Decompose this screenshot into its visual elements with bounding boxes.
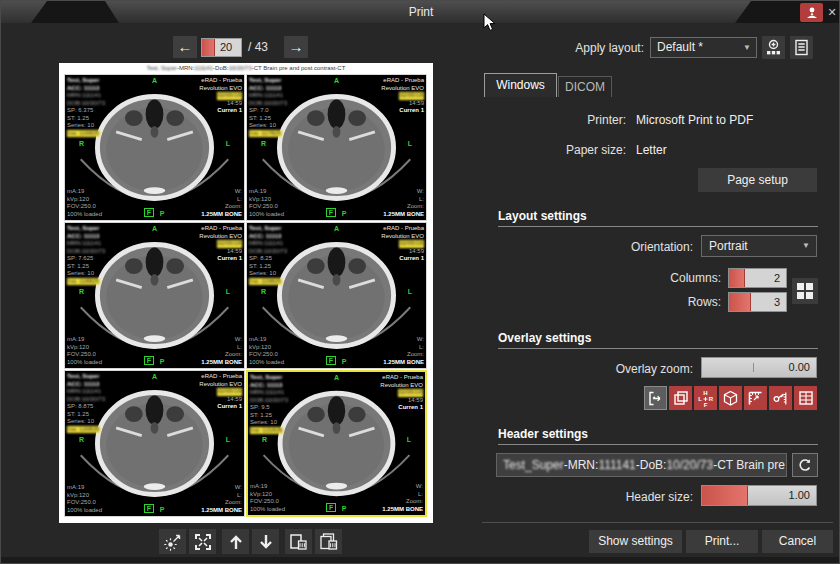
- header-text-input[interactable]: Test_Super-MRN:111141-DoB:10/20/73-CT Br…: [496, 453, 787, 477]
- print-button[interactable]: Print...: [686, 530, 758, 553]
- mouse-cursor: [483, 13, 497, 33]
- cell-scanner: Revolution EVO: [381, 233, 424, 241]
- page-setup-button[interactable]: Page setup: [698, 168, 817, 192]
- cell-kvp: kVp:120: [250, 491, 285, 499]
- layout-dropdown-value: Default *: [657, 40, 703, 54]
- overlay-ruler-toggle[interactable]: [744, 386, 767, 410]
- titlebar: Print ✕: [1, 1, 840, 23]
- cell-date: 02/05/18: [399, 92, 424, 100]
- ct-image-cell[interactable]: Test, Super ACC: 11113 MRN:111141 DOB:10…: [246, 74, 427, 221]
- rows-drag-handle[interactable]: [729, 293, 751, 311]
- cell-slice-position: SP: 6.375: [67, 107, 105, 115]
- cell-level: L:: [201, 492, 242, 500]
- cell-accession: ACC: 11113: [67, 381, 105, 389]
- cell-mrn: MRN:111141: [249, 240, 287, 248]
- grid-layout-picker-button[interactable]: [792, 278, 818, 304]
- chevron-down-icon: ▼: [802, 236, 810, 256]
- rows-stepper[interactable]: 3: [728, 292, 787, 312]
- move-page-up-button[interactable]: [222, 529, 249, 554]
- save-layout-button[interactable]: [762, 36, 785, 59]
- cell-date: 02/05/18: [217, 92, 242, 100]
- orientation-marker-feet: F: [326, 208, 336, 217]
- cell-overlay-topright: eRAD - Prueba Revolution EVO 02/05/18 14…: [381, 77, 424, 115]
- orientation-marker-right: R: [79, 288, 84, 295]
- cell-scanner: Revolution EVO: [380, 382, 423, 390]
- orientation-marker-posterior: P: [160, 358, 165, 365]
- overlay-zoom-slider[interactable]: 0.00: [701, 357, 817, 378]
- overlay-key-toggle[interactable]: [769, 386, 792, 410]
- orientation-dropdown[interactable]: Portrait ▼: [701, 235, 817, 257]
- overlay-move-toggle[interactable]: [644, 386, 667, 410]
- ct-image-cell[interactable]: Test, Super ACC: 11113 MRN:111141 DOB:10…: [246, 222, 427, 369]
- layout-list-icon: [794, 39, 809, 56]
- ct-image-cell[interactable]: Test, Super ACC: 11113 MRN:111141 DOB:10…: [64, 222, 245, 369]
- cell-overlay-topleft: Test, Super ACC: 11113 MRN:111141 DOB:10…: [67, 77, 105, 137]
- overlay-3d-cube-toggle[interactable]: [719, 386, 742, 410]
- cell-loaded: 100% loaded: [250, 506, 285, 514]
- orientation-marker-left: L: [407, 436, 411, 443]
- ct-image-cell[interactable]: Test, Super ACC: 11113 MRN:111141 DOB:10…: [64, 370, 245, 517]
- cancel-button[interactable]: Cancel: [762, 530, 833, 553]
- cell-preset: 1.25MM BONE: [201, 507, 242, 515]
- paper-size-value: Letter: [636, 143, 667, 157]
- overlay-stack-toggle[interactable]: [669, 386, 692, 410]
- rows-label: Rows:: [561, 295, 721, 309]
- cell-scanner: Revolution EVO: [199, 381, 242, 389]
- rows-value: 3: [774, 293, 780, 311]
- cell-instance: Ins: 119825: [249, 278, 282, 286]
- cell-patient-name: Test, Super: [67, 225, 105, 233]
- columns-stepper[interactable]: 2: [728, 268, 787, 288]
- close-button[interactable]: ✕: [824, 3, 840, 22]
- overlay-orientation-toggle[interactable]: H L R F: [694, 386, 717, 410]
- reset-header-button[interactable]: [792, 453, 818, 477]
- orientation-marker-anterior: A: [152, 373, 157, 380]
- tab-windows[interactable]: Windows: [484, 73, 557, 97]
- ct-image-cell[interactable]: Test, Super ACC: 11113 MRN:111141 DOB:10…: [246, 370, 427, 517]
- orientation-marker-right: R: [262, 436, 267, 443]
- cell-overlay-bottomleft: mA:19 kVp:120 FOV:250.0 100% loaded: [249, 188, 284, 218]
- cell-overlay-topright: eRAD - Prueba Revolution EVO 02/05/18 14…: [380, 374, 423, 412]
- orientation-marker-anterior: A: [152, 225, 157, 232]
- header-study: -CT Brain pre: [713, 458, 785, 472]
- anonymize-button[interactable]: [800, 3, 823, 22]
- tab-dicom[interactable]: DICOM: [558, 76, 612, 97]
- cell-mrn: MRN:111141: [250, 389, 288, 397]
- cell-ma: mA:19: [250, 483, 285, 491]
- move-page-down-button[interactable]: [252, 529, 279, 554]
- cell-series: Series: 10: [249, 122, 287, 130]
- layout-dropdown[interactable]: Default * ▼: [650, 37, 757, 58]
- window-level-reset-button[interactable]: [159, 529, 186, 554]
- cell-site: eRAD - Prueba: [380, 374, 423, 382]
- header-size-slider[interactable]: 1.00: [701, 485, 817, 506]
- cell-mrn: MRN:111141: [67, 388, 105, 396]
- columns-drag-handle[interactable]: [729, 269, 745, 287]
- page-number-stepper[interactable]: 20: [201, 38, 242, 57]
- orientation-marker-anterior: A: [152, 77, 157, 84]
- ct-image-cell[interactable]: Test, Super ACC: 11113 MRN:111141 DOB:10…: [64, 74, 245, 221]
- next-page-button[interactable]: →: [284, 36, 308, 58]
- cell-preset: 1.25MM BONE: [382, 506, 423, 514]
- cell-overlay-topleft: Test, Super ACC: 11113 MRN:111141 DOB:10…: [67, 373, 105, 433]
- printer-label: Printer:: [481, 113, 626, 127]
- cell-window: W:: [201, 336, 242, 344]
- orientation-marker-posterior: P: [342, 210, 347, 217]
- cell-zoom: Zoom:: [201, 499, 242, 507]
- cell-dob: DOB:10/20/73: [67, 100, 105, 108]
- layout-list-button[interactable]: [790, 36, 813, 59]
- cell-ma: mA:19: [249, 336, 284, 344]
- current-page-value: 20: [215, 39, 237, 56]
- cell-slice-thickness: ST: 1.25: [250, 412, 288, 420]
- page-header-sep1: -MRN:: [177, 65, 194, 71]
- page-stepper-drag-handle[interactable]: [202, 39, 215, 56]
- expand-arrows-icon: [194, 533, 212, 551]
- delete-page-button[interactable]: [285, 529, 312, 554]
- prev-page-button[interactable]: ←: [173, 36, 197, 58]
- paper-size-label: Paper size:: [481, 143, 626, 157]
- delete-all-pages-button[interactable]: [315, 529, 342, 554]
- show-settings-button[interactable]: Show settings: [589, 530, 682, 553]
- fit-to-window-button[interactable]: [189, 529, 216, 554]
- print-preview-page: Test, Super-MRN:111141-DoB:10/20/73-CT B…: [59, 63, 433, 523]
- overlay-table-toggle[interactable]: [794, 386, 817, 410]
- header-size-drag-handle[interactable]: [702, 486, 748, 505]
- cell-preset: 1.25MM BONE: [383, 211, 424, 219]
